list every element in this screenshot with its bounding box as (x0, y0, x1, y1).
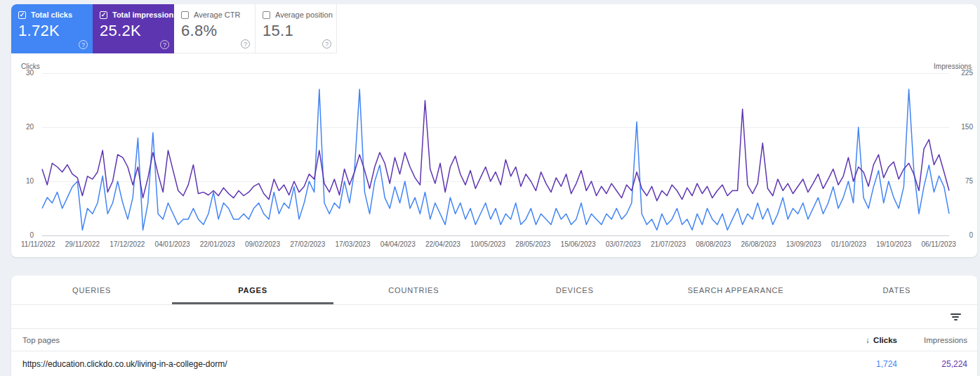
metric-label: Average position (275, 11, 333, 19)
axis-tick-label: 0 (969, 231, 973, 239)
help-icon[interactable] (160, 40, 169, 49)
row-clicks-value: 1,724 (792, 359, 897, 369)
metric-value: 25.2K (100, 22, 167, 40)
tab-queries[interactable]: QUERIES (11, 275, 172, 304)
dimensions-table-card: QUERIES PAGES COUNTRIES DEVICES SEARCH A… (11, 275, 977, 376)
x-axis-label: 29/11/2022 (65, 240, 100, 248)
chart-plot: 3020100 225150750 (42, 73, 949, 235)
metric-tile-average-position[interactable]: Average position 15.1 (256, 4, 337, 53)
x-axis-label: 22/01/2023 (200, 240, 235, 248)
x-axis-label: 13/09/2023 (786, 240, 821, 248)
axis-tick-label: 20 (26, 123, 34, 131)
x-axis-label: 08/08/2023 (696, 240, 731, 248)
tab-label: QUERIES (72, 286, 111, 294)
x-axis-label: 06/11/2023 (921, 240, 955, 248)
tab-label: COUNTRIES (388, 286, 439, 294)
line-chart-svg (42, 73, 949, 235)
metric-tile-total-impressions[interactable]: Total impressions 25.2K (93, 4, 174, 53)
column-header-clicks[interactable]: Clicks (792, 336, 897, 344)
metric-tile-total-clicks[interactable]: Total clicks 1.72K (11, 4, 93, 53)
help-icon[interactable] (322, 39, 331, 48)
x-axis-labels: 11/11/202229/11/202217/12/202204/01/2023… (21, 240, 956, 248)
x-axis-label: 09/02/2023 (245, 240, 280, 248)
help-icon[interactable] (241, 39, 250, 48)
tab-label: SEARCH APPEARANCE (687, 286, 783, 294)
metric-value: 15.1 (263, 22, 329, 40)
metric-label: Average CTR (194, 11, 240, 19)
x-axis-label: 21/07/2023 (651, 240, 686, 248)
tab-label: PAGES (238, 286, 267, 294)
axis-tick-label: 75 (965, 177, 973, 185)
checkbox-unchecked-icon[interactable] (181, 11, 189, 19)
x-axis-label: 01/10/2023 (831, 240, 866, 248)
help-icon[interactable] (79, 40, 88, 49)
tab-countries[interactable]: COUNTRIES (333, 275, 494, 304)
x-axis-label: 11/11/2022 (21, 240, 55, 248)
performance-chart-card: Total clicks 1.72K Total impressions 25.… (11, 4, 977, 257)
checkbox-checked-icon[interactable] (18, 11, 26, 19)
x-axis-label: 27/02/2023 (290, 240, 325, 248)
x-axis-label: 15/06/2023 (561, 240, 596, 248)
metric-tiles: Total clicks 1.72K Total impressions 25.… (11, 4, 977, 53)
series-line-clicks (42, 89, 949, 230)
column-header-impressions[interactable]: Impressions (897, 336, 967, 344)
x-axis-line (42, 235, 949, 236)
x-axis-label: 17/12/2022 (110, 240, 145, 248)
x-axis-label: 03/07/2023 (606, 240, 641, 248)
x-axis-label: 22/04/2023 (425, 240, 461, 248)
tab-dates[interactable]: DATES (816, 275, 977, 304)
x-axis-label: 04/04/2023 (380, 240, 416, 248)
table-toolbar (11, 305, 977, 329)
left-axis-ticks: 3020100 (20, 73, 38, 235)
checkbox-unchecked-icon[interactable] (263, 11, 270, 19)
table-header-row: Top pages Clicks Impressions (11, 329, 977, 351)
tab-label: DATES (882, 286, 911, 294)
column-header-label: Clicks (873, 336, 897, 344)
table-row[interactable]: https://education.clickdo.co.uk/living-i… (11, 351, 977, 376)
checkbox-checked-icon[interactable] (100, 11, 107, 19)
tab-devices[interactable]: DEVICES (494, 275, 655, 304)
x-axis-label: 17/03/2023 (335, 240, 370, 248)
metric-value: 1.72K (18, 22, 86, 40)
axis-tick-label: 225 (961, 69, 973, 77)
column-header-top-pages[interactable]: Top pages (22, 336, 792, 344)
series-line-impressions (42, 101, 949, 201)
metric-tile-average-ctr[interactable]: Average CTR 6.8% (174, 4, 256, 53)
x-axis-label: 19/10/2023 (876, 240, 911, 248)
right-axis-ticks: 225150750 (952, 73, 973, 235)
metric-value: 6.8% (181, 22, 248, 40)
axis-tick-label: 0 (29, 231, 34, 239)
x-axis-label: 28/05/2023 (515, 240, 550, 248)
sort-desc-icon (866, 336, 870, 344)
page-url-link[interactable]: https://education.clickdo.co.uk/living-i… (22, 359, 792, 369)
tab-search-appearance[interactable]: SEARCH APPEARANCE (655, 275, 816, 304)
filter-list-icon[interactable] (948, 311, 963, 323)
x-axis-label: 04/01/2023 (154, 240, 190, 248)
axis-tick-label: 150 (961, 123, 973, 131)
tab-pages[interactable]: PAGES (172, 275, 333, 304)
row-impressions-value: 25,224 (897, 359, 967, 369)
metric-label: Total clicks (31, 11, 72, 19)
dimension-tabs: QUERIES PAGES COUNTRIES DEVICES SEARCH A… (11, 275, 977, 305)
tab-label: DEVICES (556, 286, 594, 294)
x-axis-label: 26/08/2023 (741, 240, 776, 248)
axis-tick-label: 30 (26, 69, 34, 77)
axis-tick-label: 10 (26, 177, 34, 185)
metric-label: Total impressions (112, 11, 178, 19)
x-axis-label: 10/05/2023 (470, 240, 505, 248)
